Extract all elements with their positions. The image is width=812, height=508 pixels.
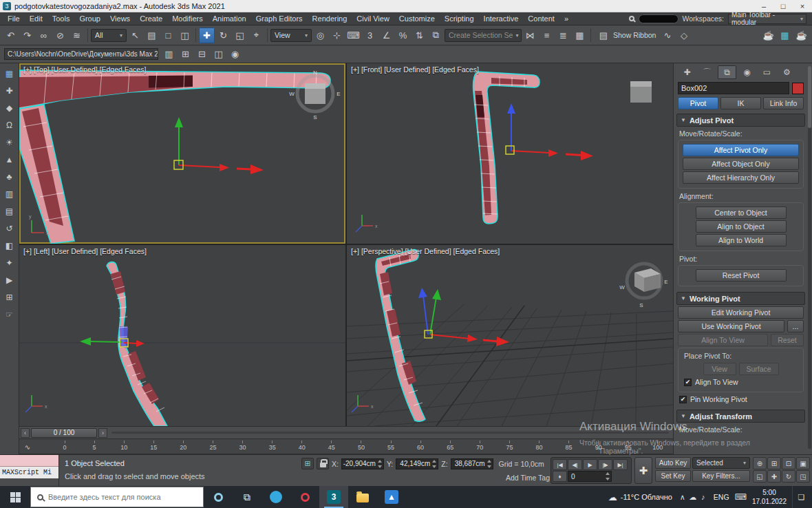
- action-center-icon[interactable]: ❏: [792, 486, 810, 508]
- mesh-ribbon[interactable]: [473, 72, 539, 224]
- project-path-dropdown[interactable]: C:\Users\Nochn\OneDrive\Документы\3ds Ma…: [4, 48, 158, 60]
- undo-icon[interactable]: ↶: [3, 28, 19, 43]
- selection-lock-toggle[interactable]: [317, 458, 329, 469]
- curve-editor-icon[interactable]: ∿: [659, 28, 675, 43]
- maximize-viewport-toggle-icon[interactable]: ◳: [796, 470, 810, 483]
- clock[interactable]: 5:00 17.01.2022: [752, 488, 787, 506]
- set-keys-button[interactable]: ✚: [634, 457, 652, 484]
- reset-pivot-button[interactable]: Reset Pivot: [696, 269, 787, 282]
- left-toolbar-icon-13[interactable]: ▶: [2, 273, 17, 288]
- play-button[interactable]: ▶: [583, 459, 597, 470]
- toggle-layer-explorer-icon[interactable]: ▦: [572, 28, 588, 43]
- 3ds-max-taskbar-icon[interactable]: 3: [319, 486, 348, 508]
- redo-icon[interactable]: ↷: [19, 28, 35, 43]
- next-frame-button[interactable]: |▶: [598, 459, 612, 470]
- adjust-transform-rollout-header[interactable]: ▼ Adjust Transform: [676, 410, 805, 423]
- track-bar[interactable]: ∿ 05101520253035404550556065707580859095…: [19, 438, 673, 454]
- align-to-object-button[interactable]: Align to Object: [696, 220, 787, 233]
- left-toolbar-icon-12[interactable]: ✦: [2, 255, 17, 271]
- x-coordinate-field[interactable]: -20,904cm: [341, 458, 384, 469]
- set-key-button[interactable]: Set Key: [655, 470, 691, 482]
- mesh-ribbon[interactable]: [19, 70, 330, 244]
- orbit-icon[interactable]: ↻: [782, 470, 795, 483]
- isolate-selection-icon[interactable]: ◉: [227, 46, 243, 62]
- maxscript-mini-listener[interactable]: MAXScript Mi: [0, 455, 59, 486]
- window-crossing-icon[interactable]: ◫: [177, 28, 193, 43]
- time-slider-prev-button[interactable]: ‹: [21, 428, 30, 438]
- left-toolbar-icon-15[interactable]: ☞: [2, 307, 17, 322]
- rendered-frame-window-icon[interactable]: ▦: [777, 28, 793, 43]
- select-and-move-icon[interactable]: ✚: [199, 28, 215, 43]
- viewport-front-canvas[interactable]: x: [347, 63, 673, 244]
- render-setup-icon[interactable]: ☕: [760, 28, 776, 43]
- viewport-top-canvas[interactable]: N E S W x y: [19, 63, 345, 244]
- time-slider-next-button[interactable]: ›: [98, 428, 107, 438]
- minimize-button[interactable]: –: [754, 0, 773, 12]
- absolute-mode-toggle-icon[interactable]: ⊞: [301, 458, 314, 469]
- taskbar-search-box[interactable]: [30, 487, 204, 507]
- menu-group[interactable]: Group: [74, 14, 105, 23]
- select-by-name-icon[interactable]: ▤: [144, 28, 160, 43]
- edge-icon[interactable]: [261, 486, 290, 508]
- key-filters-button[interactable]: Key Filters...: [692, 470, 750, 482]
- render-production-icon[interactable]: ☕: [793, 28, 809, 43]
- trackbar-ruler[interactable]: 0510152025303540455055606570758085909510…: [58, 441, 665, 454]
- edit-named-selection-sets-icon[interactable]: ⧉: [428, 28, 444, 43]
- menu-item-15[interactable]: »: [559, 14, 573, 23]
- place-pivot-surface-button[interactable]: Surface: [739, 363, 779, 375]
- viewport-top-label[interactable]: [+] [Top] [User Defined] [Edged Faces]: [23, 65, 146, 74]
- schematic-view-icon[interactable]: ◇: [676, 28, 692, 43]
- menu-animation[interactable]: Animation: [208, 14, 251, 23]
- volume-icon[interactable]: ♪: [698, 493, 708, 501]
- current-frame-field[interactable]: 0: [568, 471, 612, 482]
- zoom-extents-icon[interactable]: ⊡: [782, 457, 795, 469]
- auto-key-button[interactable]: Auto Key: [655, 457, 691, 469]
- keyboard-shortcut-override-icon[interactable]: ⌨: [345, 28, 361, 43]
- transform-gizmo[interactable]: [80, 337, 145, 347]
- photos-icon[interactable]: ▲: [377, 486, 406, 508]
- viewport-left[interactable]: x [+] [Left] [User Defined] [Edged Faces…: [19, 245, 345, 426]
- menu-file[interactable]: File: [3, 14, 25, 23]
- select-and-link-icon[interactable]: ∞: [36, 28, 52, 43]
- edit-working-pivot-button[interactable]: Edit Working Pivot: [678, 306, 804, 319]
- touch-keyboard-icon[interactable]: ⌨: [735, 492, 747, 502]
- start-button[interactable]: [0, 486, 30, 508]
- select-object-icon[interactable]: ↖: [127, 28, 143, 43]
- select-and-rotate-icon[interactable]: ↻: [215, 28, 231, 43]
- working-pivot-options-button[interactable]: ...: [787, 320, 804, 332]
- select-and-place-icon[interactable]: ⌖: [248, 28, 264, 43]
- menu-modifiers[interactable]: Modifiers: [167, 14, 208, 23]
- viewport-front-label[interactable]: [+] [Front] [User Defined] [Edged Faces]: [351, 65, 479, 74]
- panel-scrollbar[interactable]: [808, 66, 811, 449]
- select-and-scale-icon[interactable]: ◱: [232, 28, 248, 43]
- viewport-front[interactable]: x [+] [Front] [User Defined] [Edged Face…: [347, 63, 673, 244]
- menu-interactive[interactable]: Interactive: [479, 14, 524, 23]
- toggle-scene-explorer-icon[interactable]: ≣: [555, 28, 571, 43]
- align-to-view-button[interactable]: Align To View: [678, 334, 768, 346]
- workspace-dropdown[interactable]: Main Toolbar - modular ▾: [728, 14, 806, 24]
- menu-content[interactable]: Content: [523, 14, 559, 23]
- show-ribbon-toggle[interactable]: ▤ Show Ribbon: [594, 28, 659, 43]
- left-toolbar-icon-4[interactable]: Ω: [2, 118, 17, 133]
- display-tab-icon[interactable]: ▭: [758, 65, 776, 79]
- search-icon[interactable]: [629, 16, 634, 21]
- modify-tab-icon[interactable]: ⌒: [698, 65, 716, 79]
- center-to-object-button[interactable]: Center to Object: [696, 207, 787, 219]
- reference-coordinate-system-dropdown[interactable]: View ▾: [270, 29, 312, 42]
- onedrive-icon[interactable]: ☁: [688, 493, 698, 502]
- go-to-start-button[interactable]: |◀: [553, 459, 567, 470]
- opera-icon[interactable]: [290, 486, 319, 508]
- viewcube[interactable]: [630, 81, 652, 103]
- utilities-tab-icon[interactable]: ⚙: [778, 65, 796, 79]
- left-toolbar-icon-3[interactable]: ◆: [2, 100, 17, 116]
- go-to-end-button[interactable]: ▶|: [613, 459, 628, 470]
- y-coordinate-field[interactable]: 42,149cm: [396, 458, 438, 469]
- affect-object-only-button[interactable]: Affect Object Only: [683, 158, 799, 170]
- pivot-button[interactable]: Pivot: [678, 97, 718, 109]
- spinner-snap-toggle-icon[interactable]: ⇅: [412, 28, 427, 43]
- zoom-extents-all-icon[interactable]: ▣: [796, 457, 810, 469]
- maxscript-macro-line[interactable]: [0, 455, 58, 467]
- reset-working-pivot-button[interactable]: Reset: [771, 334, 804, 346]
- viewport-perspective-label[interactable]: [+] [Perspective] [User Defined] [Edged …: [351, 247, 500, 255]
- weather-widget[interactable]: ☁ -11°C Облачно: [608, 492, 672, 502]
